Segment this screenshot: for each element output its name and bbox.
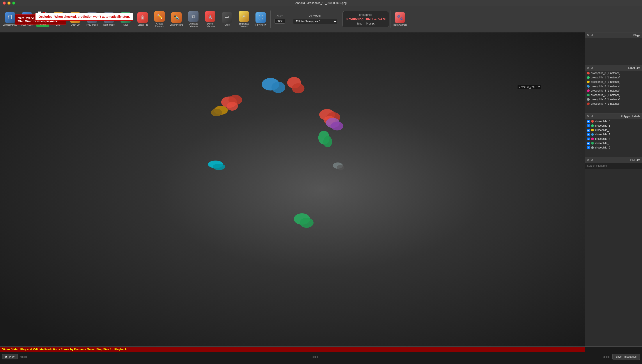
play-icon: ▶ [6, 355, 8, 358]
label-item-text: drosophila_7 [1 instance] [591, 102, 620, 105]
delete-file-button[interactable]: 🗑 Delete File [135, 8, 151, 30]
zoom-value[interactable]: 68 % [275, 18, 285, 24]
poly-dot [591, 120, 594, 123]
slider-markers: 10000 20000 30000 [20, 355, 610, 359]
svg-point-5 [228, 95, 242, 105]
traffic-lights [3, 2, 15, 4]
polygon-item: drosophila_4 [585, 137, 642, 141]
polygon-item: drosophila_2 [585, 128, 642, 132]
polygon-item: drosophila_0 [585, 119, 642, 124]
close-button[interactable] [3, 2, 6, 4]
polygon-item-text: drosophila_6 [595, 146, 610, 149]
poly-dot [591, 124, 594, 127]
file-list-refresh-icon[interactable]: ↺ [591, 158, 593, 162]
svg-point-13 [331, 122, 343, 130]
label-item[interactable]: drosophila_2 [1 instance] [585, 80, 642, 84]
polygon-checkbox[interactable] [587, 138, 590, 140]
label-item[interactable]: drosophila_4 [1 instance] [585, 88, 642, 93]
polygon-checkbox[interactable] [587, 124, 590, 127]
label-list-panel: ✕ ↺ Label List drosophila_0 [1 instance]… [585, 65, 642, 114]
polygon-labels-header: ✕ ↺ Polygon Labels [585, 114, 642, 119]
ai-model-select[interactable]: EfficientSam (speed) [293, 18, 337, 24]
label-dot [587, 80, 590, 83]
label-item[interactable]: drosophila_7 [1 instance] [585, 102, 642, 106]
svg-point-17 [213, 164, 225, 170]
occluded-popup-text: Occluded: When checked, prediction won't… [39, 15, 130, 18]
grounding-prompt-option[interactable]: Prompt [366, 22, 374, 25]
edit-polygons-button[interactable]: ✒️ Edit Polygons [168, 8, 185, 30]
label-dot [587, 85, 590, 88]
file-list-close-icon[interactable]: ✕ [587, 158, 589, 162]
polygon-checkbox[interactable] [587, 129, 590, 132]
maximize-button[interactable] [12, 2, 15, 4]
svg-point-20 [294, 213, 310, 225]
polygon-item-text: drosophila_3 [595, 133, 610, 136]
canvas-area[interactable]: x:999.6,y:343.2 [0, 32, 585, 346]
svg-point-3 [292, 83, 304, 93]
create-polygons-button[interactable]: ✏️ Create Polygons [151, 8, 168, 30]
label-item-text: drosophila_4 [1 instance] [591, 89, 620, 92]
svg-point-8 [211, 109, 222, 116]
label-item[interactable]: drosophila_1 [1 instance] [585, 75, 642, 80]
separator-3 [341, 10, 341, 28]
title-bar: Annolid - drosophila_10_000000000.png [0, 0, 642, 6]
flags-close-icon[interactable]: ✕ [587, 34, 589, 37]
label-list-close-icon[interactable]: ✕ [587, 66, 589, 70]
label-item[interactable]: drosophila_3 [1 instance] [585, 84, 642, 88]
file-search-input[interactable] [585, 163, 642, 169]
svg-point-18 [333, 162, 343, 169]
label-item[interactable]: drosophila_0 [1 instance] [585, 71, 642, 75]
fit-window-button[interactable]: ⛶ Fit Window [253, 8, 269, 30]
edit-polygons-icon: ✒️ [171, 12, 182, 23]
svg-point-4 [221, 96, 237, 108]
label-list-title: Label List [628, 66, 640, 70]
label-item[interactable]: drosophila_6 [1 instance] [585, 97, 642, 102]
polygon-checkbox[interactable] [587, 142, 590, 145]
label-dot [587, 102, 590, 105]
svg-point-10 [326, 112, 340, 122]
label-dot [587, 72, 590, 74]
undo-icon: ↩ [222, 12, 232, 23]
label-item-text: drosophila_0 [1 instance] [591, 72, 620, 75]
polygon-checkbox[interactable] [587, 120, 590, 123]
polygon-item: drosophila_5 [585, 141, 642, 146]
separator-1 [270, 10, 271, 28]
main-layout: x:999.6,y:343.2 ✕ ↺ Flags ✕ ↺ Label Li [0, 32, 642, 346]
svg-point-6 [227, 102, 238, 110]
duplicate-polygons-button[interactable]: ⧉ Duplicate Polygons [185, 8, 202, 30]
minimize-button[interactable] [8, 2, 11, 4]
label-dot [587, 98, 590, 101]
brightness-icon: ☀ [239, 11, 249, 22]
label-item[interactable]: drosophila_5 [1 instance] [585, 93, 642, 97]
label-item-text: drosophila_3 [1 instance] [591, 85, 620, 88]
svg-point-9 [319, 109, 335, 120]
polygon-labels-panel: ✕ ↺ Polygon Labels drosophila_0 drosophi… [585, 114, 642, 157]
track-animals-button[interactable]: 🐾 Track Animals [392, 8, 408, 30]
poly-dot [591, 146, 594, 149]
svg-point-2 [287, 77, 301, 88]
polygon-refresh-icon[interactable]: ↺ [591, 114, 593, 118]
svg-point-15 [323, 136, 332, 148]
video-slider-label: Video Slider: Play and Validate Predicti… [0, 347, 585, 352]
delete-polygons-button[interactable]: ✂️ Delete Polygons [202, 8, 218, 30]
play-button[interactable]: ▶ Play [2, 354, 18, 360]
polygon-item-text: drosophila_5 [595, 142, 610, 145]
flags-refresh-icon[interactable]: ↺ [591, 34, 593, 37]
occluded-popup: Occluded: When checked, prediction won't… [35, 13, 133, 20]
label-item-text: drosophila_5 [1 instance] [591, 94, 620, 96]
brightness-contrast-button[interactable]: ☀ Brightness Contrast [236, 8, 252, 30]
undo-button[interactable]: ↩ Undo [219, 8, 235, 30]
save-timestamps-button[interactable]: Save Timestamps [612, 354, 640, 360]
coordinate-display: x:999.6,y:343.2 [517, 85, 541, 89]
svg-point-16 [208, 160, 223, 168]
grounding-text-option[interactable]: Text [357, 22, 362, 25]
polygon-item-text: drosophila_1 [595, 124, 610, 127]
label-list-refresh-icon[interactable]: ↺ [591, 66, 593, 70]
flags-panel: ✕ ↺ Flags [585, 32, 642, 65]
polygon-checkbox[interactable] [587, 133, 590, 136]
zoom-label: Zoom [276, 15, 283, 18]
poly-dot [591, 133, 594, 136]
polygon-close-icon[interactable]: ✕ [587, 114, 589, 118]
grounding-dino-section: drosophila Grounding DINO & SAM Text Pro… [342, 11, 389, 27]
polygon-checkbox[interactable] [587, 146, 590, 149]
